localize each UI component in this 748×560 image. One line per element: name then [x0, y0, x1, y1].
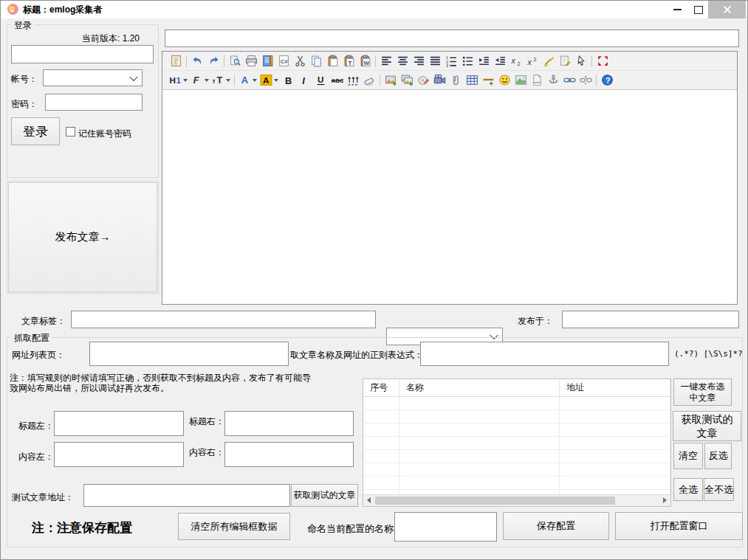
undo-icon[interactable]	[189, 53, 205, 69]
content-left-input[interactable]	[54, 442, 184, 467]
insertunorderedlist-icon[interactable]	[459, 53, 476, 69]
fontsize-icon[interactable]: тT	[210, 72, 232, 88]
justifyfull-icon[interactable]	[427, 53, 443, 69]
table-row[interactable]	[363, 410, 670, 424]
redo-icon[interactable]	[205, 53, 222, 69]
media-icon[interactable]	[431, 72, 447, 88]
preview-icon[interactable]	[227, 53, 243, 69]
fullscreen-icon[interactable]	[594, 53, 611, 69]
insertfile-icon[interactable]	[447, 72, 464, 88]
fetch-test-article-button[interactable]: 获取测试的文章	[291, 484, 358, 507]
table-row[interactable]	[363, 424, 670, 437]
justifycenter-icon[interactable]	[394, 53, 411, 69]
table-column-header[interactable]: 序号	[363, 379, 399, 396]
clearhtml-icon[interactable]	[541, 53, 557, 69]
editor-content[interactable]	[162, 90, 737, 304]
unlink-icon[interactable]	[577, 72, 594, 88]
table-row[interactable]	[363, 397, 670, 410]
config-name-input[interactable]	[394, 512, 497, 542]
pagebreak-icon[interactable]	[529, 72, 545, 88]
password-field[interactable]	[45, 94, 143, 111]
about-icon[interactable]: ?	[599, 72, 615, 88]
formatblock-icon[interactable]: H1	[168, 72, 189, 88]
bold-icon[interactable]: B	[280, 72, 296, 88]
indent-icon[interactable]	[476, 53, 492, 69]
italic-icon[interactable]: I	[296, 72, 312, 88]
fetch-articles-button[interactable]: 获取测试的文章	[673, 411, 741, 441]
table-icon[interactable]	[464, 72, 480, 88]
lineheight-icon[interactable]	[345, 72, 361, 88]
superscript-icon[interactable]: x2	[524, 53, 541, 69]
test-url-input[interactable]	[83, 484, 290, 507]
source-icon[interactable]	[168, 53, 184, 69]
hilitecolor-icon[interactable]: A	[258, 72, 280, 88]
code-icon[interactable]: C#	[275, 53, 292, 69]
table-cell	[560, 397, 670, 409]
horizontal-scrollbar[interactable]	[363, 494, 670, 506]
removeformat-icon[interactable]	[361, 72, 377, 88]
table-row[interactable]	[363, 477, 670, 490]
baidumap-icon[interactable]	[512, 72, 529, 88]
select-all-button[interactable]: 全选	[673, 478, 703, 501]
login-button[interactable]: 登录	[11, 117, 60, 145]
toolbar-separator	[224, 55, 224, 67]
publish-article-button[interactable]: 发布文章→	[8, 182, 157, 292]
tags-input[interactable]	[71, 311, 376, 328]
table-column-header[interactable]: 名称	[399, 379, 560, 396]
publish-selected-button[interactable]: 一键发布选中文章	[673, 378, 732, 406]
invert-selection-button[interactable]: 反选	[704, 443, 732, 469]
login-url-input[interactable]	[11, 45, 154, 63]
paste-icon[interactable]	[324, 53, 340, 69]
svg-text:T: T	[216, 75, 222, 86]
template-icon[interactable]	[259, 53, 275, 69]
justifyright-icon[interactable]	[411, 53, 427, 69]
fontname-icon[interactable]: F	[189, 72, 210, 88]
selectall-icon[interactable]	[573, 53, 589, 69]
title-left-input[interactable]	[54, 411, 184, 436]
outdent-icon[interactable]	[492, 53, 508, 69]
anchor-icon[interactable]	[545, 72, 561, 88]
regex-input[interactable]	[420, 342, 669, 366]
clear-list-button[interactable]: 清空	[673, 443, 703, 469]
quickformat-icon[interactable]	[557, 53, 573, 69]
account-select[interactable]	[43, 69, 143, 86]
subscript-icon[interactable]: x2	[508, 53, 524, 69]
table-row[interactable]	[363, 450, 670, 463]
table-row[interactable]	[363, 437, 670, 450]
image-icon[interactable]	[382, 72, 399, 88]
justifyleft-icon[interactable]	[378, 53, 394, 69]
scroll-right-arrow[interactable]	[659, 495, 670, 505]
table-row[interactable]	[363, 463, 670, 477]
remember-checkbox[interactable]	[66, 127, 75, 136]
close-button[interactable]	[708, 1, 746, 18]
cut-icon[interactable]	[292, 53, 308, 69]
publish-to-input[interactable]	[562, 311, 739, 328]
multiimage-icon[interactable]	[399, 72, 415, 88]
insertorderedlist-icon[interactable]: 123	[443, 53, 459, 69]
clear-all-fields-button[interactable]: 清空所有编辑框数据	[178, 513, 290, 540]
emoticons-icon[interactable]	[496, 72, 512, 88]
table-column-header[interactable]: 地址	[560, 379, 670, 396]
scroll-left-arrow[interactable]	[363, 495, 374, 505]
flash-icon[interactable]	[415, 72, 431, 88]
minimize-button[interactable]	[666, 1, 689, 18]
article-title-input[interactable]	[165, 30, 739, 47]
url-list-input[interactable]	[89, 342, 289, 366]
strikethrough-icon[interactable]: ABC	[329, 72, 345, 88]
title-right-input[interactable]	[224, 411, 354, 436]
open-config-window-button[interactable]: 打开配置窗口	[615, 512, 743, 540]
scrollbar-thumb[interactable]	[375, 497, 615, 505]
copy-icon[interactable]	[308, 53, 324, 69]
save-config-button[interactable]: 保存配置	[503, 512, 609, 540]
link-icon[interactable]	[561, 72, 577, 88]
wordpaste-icon[interactable]: W	[357, 53, 373, 69]
forecolor-icon[interactable]: A	[237, 72, 258, 88]
select-none-button[interactable]: 全不选	[704, 478, 734, 501]
maximize-button[interactable]	[689, 1, 708, 18]
content-right-input[interactable]	[224, 442, 354, 467]
print-icon[interactable]	[243, 53, 259, 69]
plainpaste-icon[interactable]: T	[340, 53, 357, 69]
triangle-right-icon	[663, 497, 667, 503]
underline-icon[interactable]: U	[312, 72, 329, 88]
hr-icon[interactable]	[480, 72, 496, 88]
